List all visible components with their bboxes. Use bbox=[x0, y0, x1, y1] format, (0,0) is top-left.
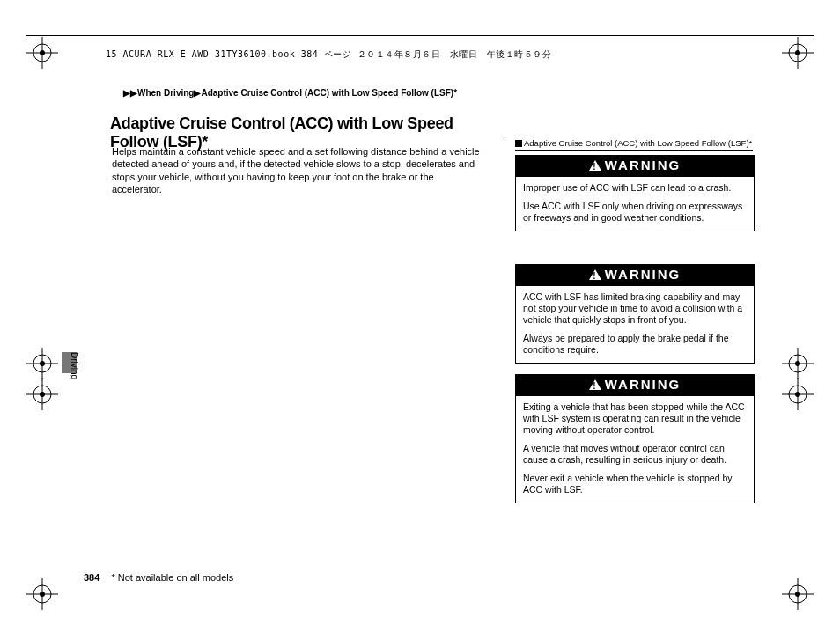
chevron-icon bbox=[515, 140, 522, 147]
warning-header: ! WARNING bbox=[516, 375, 754, 396]
warning-text: Always be prepared to apply the brake pe… bbox=[523, 333, 747, 356]
warning-triangle-icon: ! bbox=[589, 158, 601, 173]
warning-box: ! WARNING Improper use of ACC with LSF c… bbox=[515, 155, 755, 231]
warning-header: ! WARNING bbox=[516, 156, 754, 177]
footnote: * Not available on all models bbox=[111, 572, 233, 583]
svg-text:!: ! bbox=[593, 381, 597, 390]
registration-mark-icon bbox=[782, 378, 814, 410]
page-footer: 384 * Not available on all models bbox=[84, 572, 233, 583]
svg-text:!: ! bbox=[593, 271, 597, 280]
page-number: 384 bbox=[84, 572, 99, 583]
warning-triangle-icon: ! bbox=[589, 268, 601, 283]
warning-body: Exiting a vehicle that has been stopped … bbox=[516, 396, 754, 503]
registration-mark-icon bbox=[26, 348, 58, 379]
svg-text:!: ! bbox=[593, 162, 597, 171]
breadcrumb: ▶▶When Driving▶Adaptive Cruise Control (… bbox=[123, 88, 457, 98]
warning-header: ! WARNING bbox=[516, 265, 754, 286]
breadcrumb-item: Adaptive Cruise Control (ACC) with Low S… bbox=[201, 88, 453, 98]
print-header-line: 15 ACURA RLX E-AWD-31TY36100.book 384 ペー… bbox=[106, 48, 551, 61]
registration-mark-icon bbox=[782, 37, 814, 69]
breadcrumb-arrow-icon: ▶▶ bbox=[123, 88, 137, 98]
warning-label: WARNING bbox=[605, 267, 682, 282]
warning-text: A vehicle that moves without operator co… bbox=[523, 443, 747, 466]
warning-label: WARNING bbox=[605, 377, 682, 392]
warning-body: ACC with LSF has limited braking capabil… bbox=[516, 286, 754, 364]
warning-text: Exiting a vehicle that has been stopped … bbox=[523, 401, 747, 436]
title-rule bbox=[110, 136, 502, 136]
warning-box: ! WARNING Exiting a vehicle that has bee… bbox=[515, 374, 755, 503]
sidebar-heading: Adaptive Cruise Control (ACC) with Low S… bbox=[515, 138, 753, 151]
registration-mark-icon bbox=[782, 348, 814, 379]
registration-mark-icon bbox=[26, 37, 58, 69]
warning-body: Improper use of ACC with LSF can lead to… bbox=[516, 177, 754, 231]
warning-triangle-icon: ! bbox=[589, 378, 601, 393]
sidebar-heading-text: Adaptive Cruise Control (ACC) with Low S… bbox=[524, 138, 752, 148]
warning-text: Never exit a vehicle when the vehicle is… bbox=[523, 473, 747, 496]
warning-box: ! WARNING ACC with LSF has limited braki… bbox=[515, 264, 755, 364]
registration-mark-icon bbox=[26, 378, 58, 410]
section-label: Driving bbox=[70, 352, 79, 405]
breadcrumb-item: When Driving bbox=[137, 88, 194, 98]
breadcrumb-star: * bbox=[453, 88, 457, 98]
registration-mark-icon bbox=[26, 578, 58, 610]
warning-text: Use ACC with LSF only when driving on ex… bbox=[523, 201, 747, 224]
warning-text: Improper use of ACC with LSF can lead to… bbox=[523, 182, 747, 194]
warning-label: WARNING bbox=[605, 158, 682, 173]
warning-text: ACC with LSF has limited braking capabil… bbox=[523, 291, 747, 326]
registration-mark-icon bbox=[782, 578, 814, 610]
intro-paragraph: Helps maintain a constant vehicle speed … bbox=[112, 145, 482, 195]
